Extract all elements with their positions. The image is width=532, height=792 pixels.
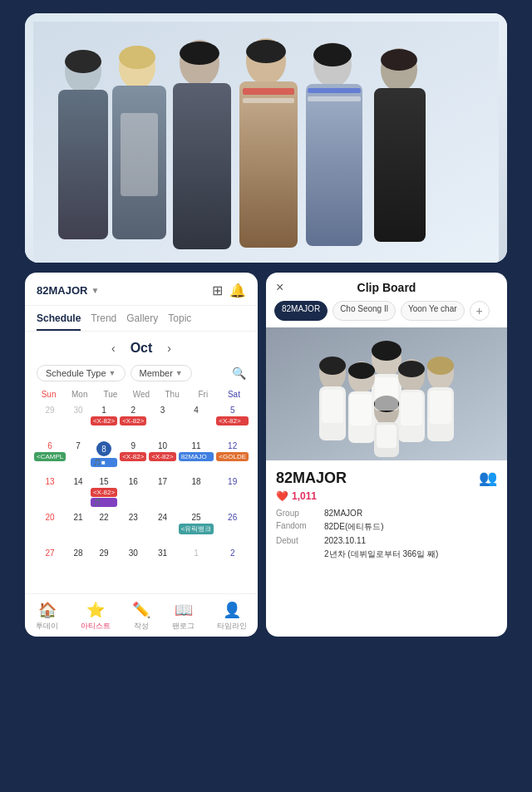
table-row[interactable]: 10 <X-82> xyxy=(148,440,176,475)
sun-label: Sun xyxy=(33,388,64,401)
bell-icon[interactable]: 🔔 xyxy=(229,283,246,298)
prev-month-button[interactable]: ‹ xyxy=(106,340,121,357)
calendar-grid: 29 30 1 <X-82> 2 <X-82> 3 4 5 <X-82> xyxy=(33,404,249,582)
table-row[interactable]: 28 xyxy=(67,547,89,582)
schedule-tabs: Schedule Trend Gallery Topic xyxy=(25,306,258,332)
table-row[interactable]: 25 <유릭뱅크 xyxy=(178,511,215,546)
svg-point-16 xyxy=(246,40,286,63)
write-icon: ✏️ xyxy=(132,601,150,619)
svg-rect-47 xyxy=(430,391,451,424)
add-tag-button[interactable]: + xyxy=(470,301,490,321)
table-row[interactable]: 22 xyxy=(90,511,118,546)
detail-years: 2년차 (데뷔일로부터 366일 째) xyxy=(276,548,497,560)
month-label: Oct xyxy=(131,341,153,356)
table-row[interactable]: 23 xyxy=(119,511,147,546)
tab-schedule[interactable]: Schedule xyxy=(37,312,81,331)
table-row[interactable]: 29 xyxy=(33,404,66,439)
table-row[interactable]: 16 xyxy=(119,475,147,510)
table-row[interactable]: 17 xyxy=(148,475,176,510)
search-button[interactable]: 🔍 xyxy=(232,366,246,380)
grid-icon[interactable]: ⊞ xyxy=(212,283,223,298)
table-row[interactable]: 2 <X-82> xyxy=(119,404,147,439)
nav-fanlog[interactable]: 📖 팬로그 xyxy=(172,601,195,632)
event-emoji-oct8: 🎵■ xyxy=(91,458,117,467)
table-row[interactable]: 24 xyxy=(148,511,176,546)
next-month-button[interactable]: › xyxy=(162,340,176,357)
table-row[interactable]: 26 xyxy=(215,511,249,546)
event-music-oct15: 🎵 xyxy=(91,498,117,507)
table-row[interactable]: 4 xyxy=(178,404,215,439)
table-row[interactable]: 1 <X-82> xyxy=(90,404,118,439)
table-row[interactable]: 1 xyxy=(178,547,215,582)
table-row[interactable]: 2 xyxy=(215,547,249,582)
svg-point-15 xyxy=(180,42,219,65)
clipboard-info: 82MAJOR 👥 ❤️ 1,011 Group 82MAJOR Fandom … xyxy=(266,460,507,637)
hero-image xyxy=(25,13,507,263)
svg-rect-21 xyxy=(243,98,294,103)
table-row[interactable]: 18 xyxy=(178,475,215,510)
wed-label: Wed xyxy=(126,388,156,401)
member-dropdown-icon: ▼ xyxy=(175,369,183,377)
tag-cho-seong-il[interactable]: Cho Seong Il xyxy=(332,301,396,321)
table-row[interactable]: 19 xyxy=(215,475,249,510)
svg-point-41 xyxy=(427,357,454,375)
table-row[interactable]: 20 xyxy=(33,511,66,546)
event-x82-oct5: <X-82> xyxy=(216,416,249,426)
nav-artist[interactable]: ⭐ 아티스트 xyxy=(81,601,111,632)
tab-topic[interactable]: Topic xyxy=(168,312,191,331)
svg-rect-23 xyxy=(308,96,361,101)
tab-trend[interactable]: Trend xyxy=(91,312,116,331)
event-x82-oct15: <X-82> xyxy=(91,488,117,497)
schedule-type-filter[interactable]: Schedule Type ▼ xyxy=(37,365,126,381)
table-row[interactable]: 11 82MAJO xyxy=(178,440,215,475)
svg-rect-12 xyxy=(374,88,426,242)
fandom-label: Fandom xyxy=(276,521,318,533)
table-row[interactable]: 8 🎵■ xyxy=(90,440,118,475)
table-row[interactable]: 31 xyxy=(148,547,176,582)
heart-icon: ❤️ xyxy=(276,490,288,502)
nav-today[interactable]: 🏠 투데이 xyxy=(36,601,58,632)
svg-point-39 xyxy=(348,362,375,379)
svg-point-17 xyxy=(313,43,352,66)
nav-timeline[interactable]: 👤 타임라인 xyxy=(217,601,247,632)
table-row[interactable]: 30 xyxy=(67,404,89,439)
table-row[interactable]: 15 <X-82> 🎵 xyxy=(90,475,118,510)
group-label: Group xyxy=(276,509,318,518)
svg-point-40 xyxy=(398,361,425,377)
table-row[interactable]: 5 <X-82> xyxy=(215,404,249,439)
table-row[interactable]: 9 <X-82> xyxy=(119,440,147,475)
nav-write[interactable]: ✏️ 작성 xyxy=(132,601,150,632)
table-row[interactable]: 21 xyxy=(67,511,89,546)
member-filter[interactable]: Member ▼ xyxy=(131,365,192,381)
event-x82-oct1: <X-82> xyxy=(91,416,117,426)
table-row[interactable]: 12 <GOLDE xyxy=(215,440,249,475)
tag-82major[interactable]: 82MAJOR xyxy=(274,301,328,321)
close-button[interactable]: × xyxy=(276,280,283,295)
event-x82-oct2: <X-82> xyxy=(120,416,146,426)
app-name[interactable]: 82MAJOR ▼ xyxy=(37,284,99,297)
svg-rect-48 xyxy=(377,425,397,448)
share-icon[interactable]: 👥 xyxy=(479,469,497,487)
fri-label: Fri xyxy=(188,388,219,401)
table-row[interactable]: 29 xyxy=(90,547,118,582)
group-name-row: 82MAJOR 👥 xyxy=(276,469,497,487)
table-row[interactable]: 13 xyxy=(33,475,66,510)
years-label xyxy=(276,548,318,560)
group-name: 82MAJOR xyxy=(276,470,347,487)
event-x82-oct9: <X-82> xyxy=(120,452,146,461)
tag-yoon-ye-char[interactable]: Yoon Ye char xyxy=(401,301,465,321)
thu-label: Thu xyxy=(157,388,188,401)
svg-rect-6 xyxy=(173,83,231,249)
clipboard-panel: × Clip Board 82MAJOR Cho Seong Il Yoon Y… xyxy=(266,273,507,637)
svg-rect-8 xyxy=(239,81,298,248)
tab-gallery[interactable]: Gallery xyxy=(126,312,158,331)
svg-point-14 xyxy=(119,46,155,69)
svg-point-13 xyxy=(65,50,101,73)
table-row[interactable]: 3 xyxy=(148,404,176,439)
table-row[interactable]: 27 xyxy=(33,547,66,582)
table-row[interactable]: 7 xyxy=(67,440,89,475)
table-row[interactable]: 30 xyxy=(119,547,147,582)
table-row[interactable]: 6 <CAMPL xyxy=(33,440,66,475)
timeline-icon: 👤 xyxy=(223,601,241,619)
table-row[interactable]: 14 xyxy=(67,475,89,510)
